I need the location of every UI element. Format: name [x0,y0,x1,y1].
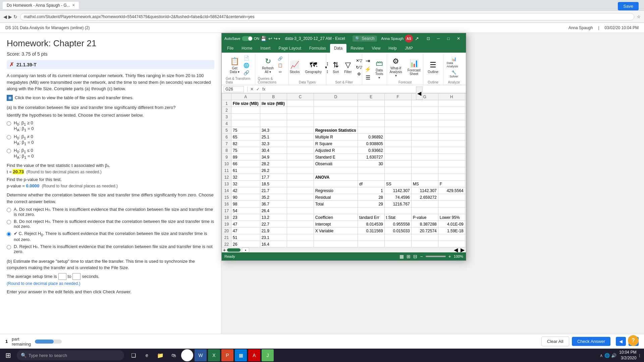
cell-F13[interactable]: SS [384,181,411,187]
cell-F20[interactable]: 0.015033 [384,228,411,234]
cell-G1[interactable] [411,100,438,107]
cell-H6[interactable] [438,134,465,140]
cell-F10[interactable] [384,161,411,167]
cell-F8[interactable] [384,147,411,154]
word-icon[interactable]: W [195,349,207,361]
row-header-9[interactable]: 9 [222,154,231,161]
cell-E7[interactable]: 0.938805 [358,140,384,147]
help-button[interactable]: ? [628,335,639,346]
save-icon[interactable]: 💾 [261,36,266,41]
cell-E19[interactable]: 8.014539 [358,221,384,228]
cell-E22[interactable] [358,241,384,247]
row-header-22[interactable]: 22 [222,241,231,247]
cell-I11[interactable] [465,167,466,174]
cell-G18[interactable]: P-value [411,214,438,221]
cell-C20[interactable] [287,228,314,234]
check-answer-button[interactable]: Check Answer [572,337,610,346]
cell-I4[interactable] [465,120,466,127]
solver-button[interactable]: 🔧 Solver [446,69,462,79]
cell-C2[interactable] [287,107,314,114]
text-to-col-btn[interactable]: ⇥ [364,57,372,65]
clear-filter-btn[interactable]: ✕▽ [355,58,363,64]
reapply-btn[interactable]: ↻▽ [355,64,363,70]
cell-E14[interactable]: 1 [358,187,384,194]
cell-H18[interactable]: Lower 95% [438,214,465,221]
col-c-header[interactable]: C [287,94,314,100]
cell-E4[interactable] [358,120,384,127]
chrome-icon[interactable]: ◉ [181,349,193,361]
cell-F9[interactable] [384,154,411,161]
cell-H15[interactable] [438,194,465,201]
cell-B2[interactable] [260,107,287,114]
cell-H19[interactable]: 4.01E-09 [438,221,465,228]
taskbar-search-box[interactable]: 🔍 Type here to search [17,350,124,360]
tab-insert[interactable]: Insert [256,44,274,53]
col-f-header[interactable]: F [384,94,411,100]
radio-option-e[interactable] [7,149,11,153]
row-header-4[interactable]: 4 [222,120,231,127]
cell-B22[interactable]: 16.4 [260,241,287,247]
cell-G21[interactable] [411,234,438,241]
col-d-header[interactable]: D [314,94,358,100]
cell-E17[interactable] [358,207,384,214]
star-icon[interactable]: ☆ [637,14,641,19]
cell-I17[interactable] [465,207,466,214]
tab-help[interactable]: Help [384,44,401,53]
cell-G11[interactable] [411,167,438,174]
cell-B12[interactable]: 17.7 [260,174,287,181]
cell-A20[interactable]: 47 [231,228,260,234]
cell-F7[interactable] [384,140,411,147]
cell-I15[interactable] [465,194,466,201]
cell-B9[interactable]: 34.9 [260,154,287,161]
cell-C7[interactable] [287,140,314,147]
data-tools-button[interactable]: 🗃 DataTools ▾ [373,58,385,81]
cell-G4[interactable] [411,120,438,127]
cell-B8[interactable]: 30.4 [260,147,287,154]
edge-icon[interactable]: e [141,349,153,361]
cell-G13[interactable]: MS [411,181,438,187]
cell-G5[interactable] [411,127,438,134]
tab-review[interactable]: Review [346,44,368,53]
cell-C12[interactable] [287,174,314,181]
cell-I2[interactable] [465,107,466,114]
row-header-1[interactable]: 1 [222,100,231,107]
cell-I14[interactable]: 1.59E-18 [465,187,466,194]
cell-D6[interactable]: Multiple R [314,134,358,140]
cell-D19[interactable]: Intercept [314,221,358,228]
cell-H7[interactable] [438,140,465,147]
row-header-18[interactable]: 18 [222,214,231,221]
cell-B5[interactable]: 34.3 [260,127,287,134]
setup-input-2[interactable] [72,273,80,280]
name-box[interactable] [224,86,244,92]
col-b-header[interactable]: B [260,94,287,100]
cell-A7[interactable]: 82 [231,140,260,147]
tab-home[interactable]: Home [237,44,256,53]
confirm-formula-icon[interactable]: ✓ [255,87,261,92]
cell-E13[interactable]: df [358,181,384,187]
excel-search[interactable]: 🔍 Search [353,36,377,42]
cell-C16[interactable] [287,201,314,207]
cell-A11[interactable]: 61 [231,167,260,174]
cell-C1[interactable] [287,100,314,107]
cell-I19[interactable]: 6.057167 [465,221,466,228]
tray-up-icon[interactable]: ∧ [600,353,603,358]
cell-H21[interactable] [438,234,465,241]
cell-E6[interactable]: 0.96892 [358,134,384,140]
col-e-header[interactable]: E [358,94,384,100]
edit-links-btn[interactable]: ✏ [277,69,283,75]
col-g-header[interactable]: G [411,94,438,100]
cell-I22[interactable] [465,241,466,247]
row-header-3[interactable]: 3 [222,114,231,120]
from-text-btn[interactable]: 📄 [243,55,250,61]
row-header-8[interactable]: 8 [222,147,231,154]
cell-I7[interactable] [465,140,466,147]
row-header-20[interactable]: 20 [222,228,231,234]
get-data-button[interactable]: 📋 GetData ▾ [228,56,241,75]
cell-B17[interactable]: 26.4 [260,207,287,214]
cell-I20[interactable]: 0.280776 [465,228,466,234]
filter-button[interactable]: ▽ Filter [342,59,354,75]
cell-C17[interactable] [287,207,314,214]
zoom-slider[interactable] [426,256,446,257]
cell-H16[interactable] [438,201,465,207]
excel-taskbar-icon[interactable]: X [208,349,220,361]
